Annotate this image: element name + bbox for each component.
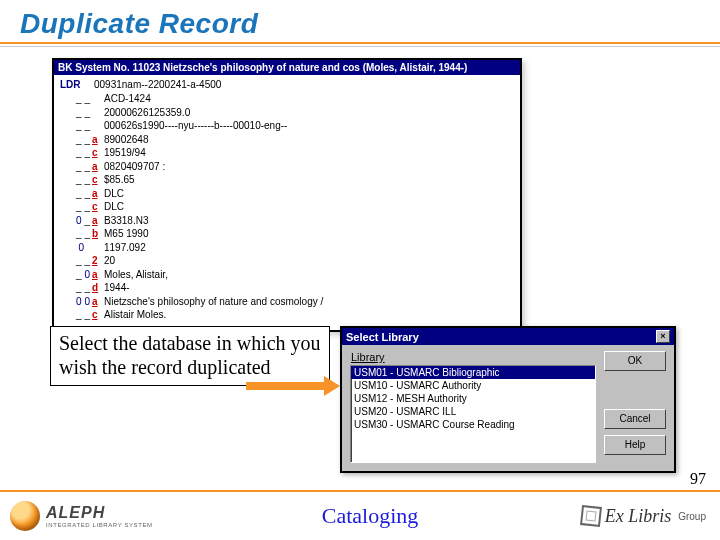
list-item[interactable]: USM01 - USMARC Bibliographic bbox=[351, 366, 595, 379]
marc-row: 0_aB3318.N3 bbox=[60, 214, 514, 228]
list-item[interactable]: USM12 - MESH Authority bbox=[351, 392, 595, 405]
footer-rule bbox=[0, 490, 720, 492]
aleph-logo: ALEPH INTEGRATED LIBRARY SYSTEM bbox=[0, 501, 200, 531]
ldr-value: 00931nam--2200241-a-4500 bbox=[94, 79, 221, 90]
page-number: 97 bbox=[690, 470, 706, 488]
exlibris-name: Ex Libris bbox=[605, 506, 672, 527]
marc-row: __aDLC bbox=[60, 187, 514, 201]
dialog-titlebar[interactable]: Select Library × bbox=[342, 328, 674, 345]
square-icon bbox=[580, 505, 602, 527]
arrow-icon bbox=[246, 378, 340, 394]
marc-row: __c$85.65 bbox=[60, 173, 514, 187]
exlibris-group: Group bbox=[678, 511, 706, 522]
title-rule-thin bbox=[0, 46, 720, 47]
dialog-buttons: OK Cancel Help bbox=[604, 351, 666, 463]
list-item[interactable]: USM20 - USMARC ILL bbox=[351, 405, 595, 418]
ldr-row: LDR 00931nam--2200241-a-4500 bbox=[60, 79, 514, 90]
help-button[interactable]: Help bbox=[604, 435, 666, 455]
dialog-title-text: Select Library bbox=[346, 331, 419, 343]
marc-row: __bM65 1990 bbox=[60, 227, 514, 241]
marc-row: __cAlistair Moles. bbox=[60, 308, 514, 322]
close-icon[interactable]: × bbox=[656, 330, 670, 343]
footer-section-label: Cataloging bbox=[200, 503, 540, 529]
marc-fields: __ACD-1424__20000626125359.0__000626s199… bbox=[60, 92, 514, 322]
marc-row: __20000626125359.0 bbox=[60, 106, 514, 120]
ok-button[interactable]: OK bbox=[604, 351, 666, 371]
marc-row: __c19519/94 bbox=[60, 146, 514, 160]
instruction-callout: Select the database in which you wish th… bbox=[50, 326, 330, 386]
listbox-label: Library bbox=[351, 351, 596, 363]
marc-row: __cDLC bbox=[60, 200, 514, 214]
library-listbox[interactable]: USM01 - USMARC BibliographicUSM10 - USMA… bbox=[350, 365, 596, 463]
marc-row: 00aNietzsche's philosophy of nature and … bbox=[60, 295, 514, 309]
exlibris-logo: Ex Libris Group bbox=[540, 506, 720, 527]
cancel-button[interactable]: Cancel bbox=[604, 409, 666, 429]
marc-row: __ACD-1424 bbox=[60, 92, 514, 106]
select-library-dialog: Select Library × Library USM01 - USMARC … bbox=[340, 326, 676, 473]
footer: ALEPH INTEGRATED LIBRARY SYSTEM Catalogi… bbox=[0, 494, 720, 538]
aleph-subtitle: INTEGRATED LIBRARY SYSTEM bbox=[46, 522, 153, 528]
record-body: LDR 00931nam--2200241-a-4500 __ACD-1424_… bbox=[54, 75, 520, 330]
list-item[interactable]: USM10 - USMARC Authority bbox=[351, 379, 595, 392]
marc-row: __000626s1990----nyu------b----00010-eng… bbox=[60, 119, 514, 133]
marc-row: __d1944- bbox=[60, 281, 514, 295]
marc-row: __a89002648 bbox=[60, 133, 514, 147]
slide-title: Duplicate Record bbox=[0, 0, 720, 42]
record-window: BK System No. 11023 Nietzsche's philosop… bbox=[52, 58, 522, 332]
record-window-titlebar: BK System No. 11023 Nietzsche's philosop… bbox=[54, 60, 520, 75]
title-rule bbox=[0, 42, 720, 44]
marc-row: __a0820409707 : bbox=[60, 160, 514, 174]
sphere-icon bbox=[10, 501, 40, 531]
marc-row: __220 bbox=[60, 254, 514, 268]
marc-row: _0aMoles, Alistair, bbox=[60, 268, 514, 282]
list-item[interactable]: USM30 - USMARC Course Reading bbox=[351, 418, 595, 431]
marc-row: 01197.092 bbox=[60, 241, 514, 255]
ldr-label: LDR bbox=[60, 79, 94, 90]
aleph-name: ALEPH bbox=[46, 504, 153, 522]
